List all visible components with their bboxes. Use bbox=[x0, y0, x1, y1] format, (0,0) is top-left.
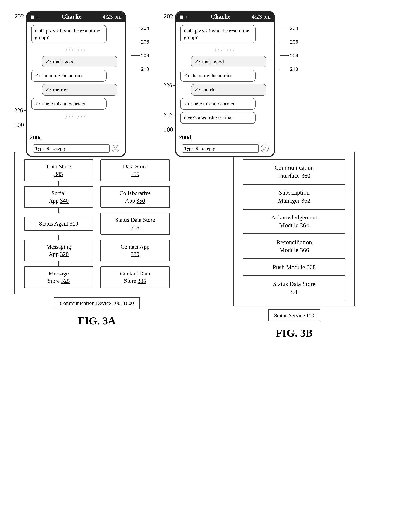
fig2d-chat-body: thai? pizza? invite the rest of the grou… bbox=[176, 21, 274, 133]
fig3a-contact-data-store-335: Contact DataStore 335 bbox=[100, 266, 170, 288]
fig3a-row3: Status Agent 310 Status Data Store315 bbox=[24, 213, 170, 235]
v-line-icon bbox=[135, 235, 135, 240]
v-line-icon bbox=[58, 261, 59, 266]
fig3a-conn2 bbox=[24, 208, 170, 213]
fig2d-right-annotations: 204 206 208 210 bbox=[280, 11, 298, 80]
fig3b-acknowledgement-module-364: AcknowledgementModule 364 bbox=[243, 209, 346, 234]
fig2d-status-bar: ◼ ⊏ Charlie 4:23 pm bbox=[176, 12, 274, 21]
ann-dash-icon bbox=[280, 28, 289, 28]
ann-dash-icon bbox=[131, 28, 140, 28]
fig2d-input-wrapper: 200d Type 'R' to reply ☺ bbox=[176, 133, 274, 156]
fig2c-msg-2: ✓r thai's good bbox=[42, 56, 117, 67]
fig2d-phone: ◼ ⊏ Charlie 4:23 pm thai? pizza? invite … bbox=[175, 11, 275, 157]
v-line-icon bbox=[58, 181, 59, 186]
fig3b-reconciliation-module-366: ReconciliationModule 366 bbox=[243, 234, 346, 258]
bottom-section: Data Store345 Data Store355 SocialApp 34… bbox=[0, 146, 414, 346]
fig2d-msg-3: ✓r the more the nerdier bbox=[180, 70, 256, 81]
v-line-icon bbox=[58, 235, 59, 240]
fig2c-phone: ◼ ⊏ Charlie 4:23 pm thai? pizza? invite … bbox=[26, 11, 126, 157]
battery-icon: ◼ bbox=[180, 14, 184, 20]
fig2c-label-ref: 200c bbox=[30, 134, 122, 141]
fig3a-row2: SocialApp 340 CollaborativeApp 350 bbox=[24, 186, 170, 208]
fig2c-ann-210: 210 bbox=[131, 66, 149, 72]
fig2c-text-input[interactable]: Type 'R' to reply bbox=[33, 144, 110, 152]
fig2c-contact-name: Charlie bbox=[62, 13, 81, 20]
fig3b-comm-interface-360: CommunicationInterface 360 bbox=[243, 159, 346, 184]
fig2d-text-input[interactable]: Type 'R' to reply bbox=[182, 144, 259, 152]
v-line-icon bbox=[58, 208, 59, 213]
fig2d-placeholder: Type 'R' to reply bbox=[184, 146, 215, 151]
fig3a-collab-app-350: CollaborativeApp 350 bbox=[100, 186, 170, 208]
fig3b-subscription-manager-362: SubscriptionManager 362 bbox=[243, 184, 346, 209]
fig2d-msg-6: there's a website for that bbox=[180, 112, 256, 124]
back-icon: ⊏ bbox=[185, 14, 190, 20]
fig2c-hatching-1: /// /// bbox=[31, 46, 121, 54]
fig3a-row1: Data Store345 Data Store355 bbox=[24, 159, 170, 181]
fig2c-time: 4:23 pm bbox=[103, 13, 122, 20]
fig2d-ann-210-label: 210 bbox=[290, 66, 298, 72]
fig2d-ann-206: 206 bbox=[280, 39, 298, 45]
fig2c-placeholder: Type 'R' to reply bbox=[35, 146, 66, 151]
fig3a-row4: MessagingApp 320 Contact App330 bbox=[24, 240, 170, 261]
fig3b-caption: Status Service 150 bbox=[268, 309, 320, 322]
fig2c-ann-206-label: 206 bbox=[141, 39, 149, 45]
ann-dash-icon bbox=[131, 42, 140, 42]
fig2c-chat-body: thai? pizza? invite the rest of the grou… bbox=[27, 21, 125, 133]
checkmark-icon: ✓r bbox=[46, 87, 51, 93]
fig2d-ann-208: 208 bbox=[280, 52, 298, 58]
fig3a-conn3 bbox=[24, 235, 170, 240]
ann-dash-icon bbox=[280, 42, 289, 42]
fig3b-stack: CommunicationInterface 360 SubscriptionM… bbox=[243, 159, 346, 300]
fig3a-diagram: Data Store345 Data Store355 SocialApp 34… bbox=[14, 152, 179, 294]
fig2c-hatching-2: /// /// bbox=[31, 112, 121, 121]
checkmark-icon: ✓r bbox=[46, 59, 51, 64]
fig3a-container: Data Store345 Data Store355 SocialApp 34… bbox=[14, 152, 179, 339]
fig2d-ann-208-label: 208 bbox=[290, 52, 298, 58]
fig3a-contact-app-330: Contact App330 bbox=[100, 240, 170, 261]
fig2d-msg-4: ✓r merrier bbox=[191, 84, 266, 95]
fig2d-ann-210: 210 bbox=[280, 66, 298, 72]
checkmark-icon: ✓r bbox=[184, 73, 189, 78]
fig2c-ann-204-label: 204 bbox=[141, 25, 149, 31]
fig2c-figure: 202 ◼ ⊏ Charlie 4:23 pm thai? pizza? in bbox=[14, 11, 149, 135]
fig2d-ann-204: 204 bbox=[280, 25, 298, 31]
fig3a-conn1 bbox=[24, 181, 170, 186]
fig3a-message-store-325: MessageStore 325 bbox=[24, 266, 93, 288]
fig2d-msg-2: ✓r thai's good bbox=[191, 56, 266, 67]
top-section: 202 ◼ ⊏ Charlie 4:23 pm thai? pizza? in bbox=[0, 0, 414, 142]
ann-dash-icon bbox=[131, 69, 140, 69]
fig2d-input-area: Type 'R' to reply ☺ bbox=[179, 142, 271, 155]
fig2d-status-icons: ◼ ⊏ bbox=[180, 14, 190, 20]
fig3b-title: FIG. 3B bbox=[276, 327, 313, 339]
fig3a-status-data-store-315: Status Data Store315 bbox=[100, 213, 170, 235]
v-line-icon bbox=[135, 261, 135, 266]
fig2d-label-ref: 200d bbox=[179, 134, 271, 141]
ann-dash-icon bbox=[280, 55, 289, 56]
ann-dash-icon bbox=[280, 69, 289, 69]
battery-icon: ◼ bbox=[30, 14, 35, 20]
fig3b-container: CommunicationInterface 360 SubscriptionM… bbox=[233, 152, 355, 339]
fig3a-row5: MessageStore 325 Contact DataStore 335 bbox=[24, 266, 170, 288]
fig3a-data-store-355: Data Store355 bbox=[100, 159, 170, 181]
fig2d-msg-1: thai? pizza? invite the rest of the grou… bbox=[180, 25, 256, 43]
fig2d-time: 4:23 pm bbox=[252, 13, 271, 20]
fig3a-caption: Communication Device 100, 1000 bbox=[54, 297, 140, 309]
fig2c-status-bar: ◼ ⊏ Charlie 4:23 pm bbox=[27, 12, 125, 21]
fig2c-input-area: Type 'R' to reply ☺ bbox=[30, 142, 122, 155]
fig2d-figure: 202 ◼ ⊏ Charlie 4:23 pm thai? pizza? in bbox=[164, 11, 298, 135]
fig2c-ann-204: 204 bbox=[131, 25, 149, 31]
fig2d-ann-204-label: 204 bbox=[290, 25, 298, 31]
fig2d-emoji-button[interactable]: ☺ bbox=[261, 144, 269, 152]
fig2c-ann-208-label: 208 bbox=[141, 52, 149, 58]
fig2c-ann-210-label: 210 bbox=[141, 66, 149, 72]
fig3a-title: FIG. 3A bbox=[78, 315, 116, 327]
fig3a-status-agent-310: Status Agent 310 bbox=[24, 217, 93, 231]
fig2c-ann-208: 208 bbox=[131, 52, 149, 58]
v-line-icon bbox=[135, 208, 135, 213]
fig2c-ref-202: 202 bbox=[14, 13, 24, 20]
fig2c-msg-3: ✓r the more the nerdier bbox=[31, 70, 106, 81]
fig3b-push-module-368: Push Module 368 bbox=[243, 259, 346, 276]
fig2c-ann-206: 206 bbox=[131, 39, 149, 45]
fig2c-emoji-button[interactable]: ☺ bbox=[112, 144, 119, 152]
fig2d-msg-5: ✓r curse this autocorrect bbox=[180, 98, 256, 110]
